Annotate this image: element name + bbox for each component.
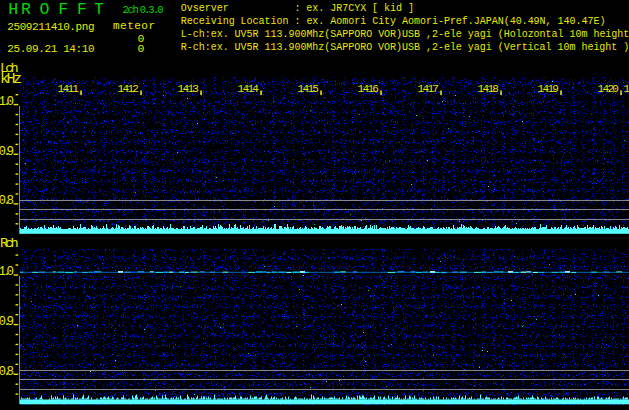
svg-text:1419: 1419	[537, 83, 559, 95]
svg-text:0: 0	[138, 42, 145, 55]
svg-text:8: 8	[7, 365, 15, 379]
svg-text:0: 0	[157, 4, 163, 16]
svg-text:1411: 1411	[57, 83, 79, 95]
svg-text:Rch: Rch	[0, 236, 19, 251]
svg-text:9: 9	[7, 145, 15, 159]
svg-text:8: 8	[7, 194, 15, 208]
svg-text:R-ch:ex. UV5R 113.900Mhz(SAPPO: R-ch:ex. UV5R 113.900Mhz(SAPPORO VOR)USB…	[181, 42, 629, 53]
svg-text:1417: 1417	[417, 83, 439, 95]
svg-text:1415: 1415	[297, 83, 319, 95]
svg-text:T: T	[94, 0, 104, 19]
svg-text:1418: 1418	[477, 83, 499, 95]
svg-text:1411: 1411	[624, 83, 629, 95]
svg-text:9: 9	[7, 315, 15, 329]
svg-text:meteor: meteor	[113, 20, 155, 32]
svg-text:1414: 1414	[237, 83, 259, 95]
svg-text:0: 0	[7, 95, 15, 109]
svg-text:R: R	[21, 0, 31, 19]
svg-text:2509211410.png: 2509211410.png	[7, 21, 94, 33]
svg-text:1416: 1416	[357, 83, 379, 95]
svg-text:Ovserver : ex. JR7CY: Ovserver : ex. JR7CYX [ kid ]	[181, 3, 414, 14]
svg-text:1413: 1413	[177, 83, 199, 95]
svg-text:25.09.21 14:10: 25.09.21 14:10	[7, 43, 94, 55]
svg-text:1412: 1412	[117, 83, 139, 95]
svg-text:1420: 1420	[597, 83, 619, 95]
svg-text:Receiving Location : ex. Aomor: Receiving Location : ex. Aomori City Aom…	[181, 16, 606, 27]
svg-text:H: H	[8, 0, 18, 19]
svg-text:0: 0	[7, 265, 15, 279]
svg-text:F: F	[58, 0, 68, 19]
svg-text:F: F	[77, 0, 87, 19]
svg-text:kHz: kHz	[0, 71, 22, 88]
svg-text:h: h	[133, 4, 139, 16]
svg-text:O: O	[40, 0, 50, 19]
svg-text:L-ch:ex. UV5R 113.900Mhz(SAPPO: L-ch:ex. UV5R 113.900Mhz(SAPPORO VOR)USB…	[181, 29, 629, 40]
